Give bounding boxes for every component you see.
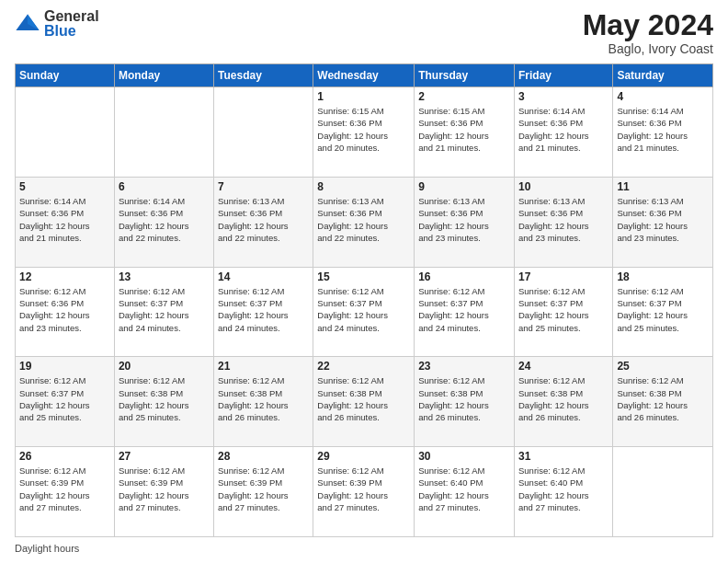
- footer: Daylight hours: [15, 543, 713, 554]
- calendar-cell: 7Sunrise: 6:13 AM Sunset: 6:36 PM Daylig…: [214, 177, 313, 267]
- calendar-cell: 10Sunrise: 6:13 AM Sunset: 6:36 PM Dayli…: [514, 177, 612, 267]
- day-number: 17: [518, 270, 609, 283]
- day-info: Sunrise: 6:12 AM Sunset: 6:40 PM Dayligh…: [518, 465, 609, 513]
- calendar-cell: 5Sunrise: 6:14 AM Sunset: 6:36 PM Daylig…: [16, 177, 115, 267]
- logo: General Blue: [15, 9, 99, 39]
- day-header-monday: Monday: [114, 64, 213, 87]
- calendar-header-row: SundayMondayTuesdayWednesdayThursdayFrid…: [16, 64, 713, 87]
- day-info: Sunrise: 6:12 AM Sunset: 6:38 PM Dayligh…: [317, 374, 410, 423]
- day-info: Sunrise: 6:12 AM Sunset: 6:38 PM Dayligh…: [617, 374, 709, 423]
- calendar-cell: 29Sunrise: 6:12 AM Sunset: 6:39 PM Dayli…: [313, 447, 415, 537]
- day-number: 7: [218, 180, 309, 193]
- day-header-saturday: Saturday: [613, 64, 713, 87]
- day-number: 29: [317, 450, 410, 463]
- day-number: 1: [317, 90, 410, 103]
- calendar-cell: 14Sunrise: 6:12 AM Sunset: 6:37 PM Dayli…: [214, 267, 313, 357]
- calendar-cell: 1Sunrise: 6:15 AM Sunset: 6:36 PM Daylig…: [313, 87, 415, 178]
- day-info: Sunrise: 6:13 AM Sunset: 6:36 PM Dayligh…: [218, 195, 309, 244]
- day-info: Sunrise: 6:14 AM Sunset: 6:36 PM Dayligh…: [518, 105, 609, 154]
- calendar-week-row: 12Sunrise: 6:12 AM Sunset: 6:36 PM Dayli…: [16, 267, 713, 357]
- calendar-cell: 23Sunrise: 6:12 AM Sunset: 6:38 PM Dayli…: [415, 357, 515, 447]
- calendar-cell: 2Sunrise: 6:15 AM Sunset: 6:36 PM Daylig…: [415, 87, 515, 178]
- calendar-week-row: 1Sunrise: 6:15 AM Sunset: 6:36 PM Daylig…: [16, 87, 713, 178]
- calendar-cell: [16, 87, 115, 178]
- day-number: 30: [418, 450, 510, 463]
- calendar-cell: 8Sunrise: 6:13 AM Sunset: 6:36 PM Daylig…: [313, 177, 415, 267]
- day-info: Sunrise: 6:12 AM Sunset: 6:37 PM Dayligh…: [317, 285, 410, 334]
- day-info: Sunrise: 6:12 AM Sunset: 6:39 PM Dayligh…: [19, 465, 110, 513]
- day-info: Sunrise: 6:12 AM Sunset: 6:38 PM Dayligh…: [119, 374, 210, 423]
- calendar-cell: 20Sunrise: 6:12 AM Sunset: 6:38 PM Dayli…: [114, 357, 213, 447]
- day-header-sunday: Sunday: [16, 64, 115, 87]
- day-number: 12: [19, 270, 110, 283]
- calendar-cell: 27Sunrise: 6:12 AM Sunset: 6:39 PM Dayli…: [114, 447, 213, 537]
- day-info: Sunrise: 6:12 AM Sunset: 6:37 PM Dayligh…: [617, 285, 709, 334]
- calendar-cell: 24Sunrise: 6:12 AM Sunset: 6:38 PM Dayli…: [514, 357, 612, 447]
- day-info: Sunrise: 6:12 AM Sunset: 6:40 PM Dayligh…: [418, 465, 510, 513]
- day-info: Sunrise: 6:15 AM Sunset: 6:36 PM Dayligh…: [418, 105, 510, 154]
- calendar-cell: 3Sunrise: 6:14 AM Sunset: 6:36 PM Daylig…: [514, 87, 612, 178]
- page: General Blue May 2024 Baglo, Ivory Coast…: [0, 0, 728, 563]
- calendar-cell: [214, 87, 313, 178]
- day-header-friday: Friday: [514, 64, 612, 87]
- day-info: Sunrise: 6:12 AM Sunset: 6:39 PM Dayligh…: [317, 465, 410, 513]
- daylight-label: Daylight hours: [15, 543, 79, 554]
- day-info: Sunrise: 6:12 AM Sunset: 6:38 PM Dayligh…: [218, 374, 309, 423]
- day-number: 8: [317, 180, 410, 193]
- day-number: 15: [317, 270, 410, 283]
- calendar-cell: 25Sunrise: 6:12 AM Sunset: 6:38 PM Dayli…: [613, 357, 713, 447]
- day-info: Sunrise: 6:13 AM Sunset: 6:36 PM Dayligh…: [518, 195, 609, 244]
- calendar-week-row: 19Sunrise: 6:12 AM Sunset: 6:37 PM Dayli…: [16, 357, 713, 447]
- calendar-cell: 28Sunrise: 6:12 AM Sunset: 6:39 PM Dayli…: [214, 447, 313, 537]
- logo-general: General: [44, 9, 99, 24]
- day-number: 4: [617, 90, 709, 103]
- day-header-tuesday: Tuesday: [214, 64, 313, 87]
- calendar-cell: [114, 87, 213, 178]
- day-number: 6: [119, 180, 210, 193]
- day-number: 16: [418, 270, 510, 283]
- calendar-cell: 30Sunrise: 6:12 AM Sunset: 6:40 PM Dayli…: [415, 447, 515, 537]
- calendar: SundayMondayTuesdayWednesdayThursdayFrid…: [15, 63, 713, 537]
- day-number: 24: [518, 360, 609, 373]
- day-info: Sunrise: 6:15 AM Sunset: 6:36 PM Dayligh…: [317, 105, 410, 154]
- day-number: 27: [119, 450, 210, 463]
- logo-text: General Blue: [44, 9, 99, 39]
- day-number: 28: [218, 450, 309, 463]
- calendar-cell: 11Sunrise: 6:13 AM Sunset: 6:36 PM Dayli…: [613, 177, 713, 267]
- day-number: 31: [518, 450, 609, 463]
- calendar-cell: 4Sunrise: 6:14 AM Sunset: 6:36 PM Daylig…: [613, 87, 713, 178]
- day-info: Sunrise: 6:13 AM Sunset: 6:36 PM Dayligh…: [317, 195, 410, 244]
- day-header-thursday: Thursday: [415, 64, 515, 87]
- day-number: 3: [518, 90, 609, 103]
- calendar-cell: 12Sunrise: 6:12 AM Sunset: 6:36 PM Dayli…: [16, 267, 115, 357]
- day-info: Sunrise: 6:12 AM Sunset: 6:39 PM Dayligh…: [119, 465, 210, 513]
- day-number: 25: [617, 360, 709, 373]
- calendar-cell: 19Sunrise: 6:12 AM Sunset: 6:37 PM Dayli…: [16, 357, 115, 447]
- location: Baglo, Ivory Coast: [583, 41, 713, 56]
- day-info: Sunrise: 6:12 AM Sunset: 6:38 PM Dayligh…: [418, 374, 510, 423]
- day-number: 21: [218, 360, 309, 373]
- generalblue-icon: [15, 11, 40, 37]
- day-number: 11: [617, 180, 709, 193]
- day-number: 22: [317, 360, 410, 373]
- calendar-cell: 26Sunrise: 6:12 AM Sunset: 6:39 PM Dayli…: [16, 447, 115, 537]
- day-number: 9: [418, 180, 510, 193]
- day-number: 14: [218, 270, 309, 283]
- day-header-wednesday: Wednesday: [313, 64, 415, 87]
- day-number: 20: [119, 360, 210, 373]
- day-info: Sunrise: 6:13 AM Sunset: 6:36 PM Dayligh…: [418, 195, 510, 244]
- calendar-cell: 15Sunrise: 6:12 AM Sunset: 6:37 PM Dayli…: [313, 267, 415, 357]
- calendar-cell: 31Sunrise: 6:12 AM Sunset: 6:40 PM Dayli…: [514, 447, 612, 537]
- header: General Blue May 2024 Baglo, Ivory Coast: [15, 9, 713, 56]
- calendar-cell: [613, 447, 713, 537]
- calendar-week-row: 5Sunrise: 6:14 AM Sunset: 6:36 PM Daylig…: [16, 177, 713, 267]
- day-number: 10: [518, 180, 609, 193]
- day-number: 13: [119, 270, 210, 283]
- day-info: Sunrise: 6:12 AM Sunset: 6:37 PM Dayligh…: [19, 374, 110, 423]
- calendar-cell: 18Sunrise: 6:12 AM Sunset: 6:37 PM Dayli…: [613, 267, 713, 357]
- calendar-cell: 13Sunrise: 6:12 AM Sunset: 6:37 PM Dayli…: [114, 267, 213, 357]
- day-info: Sunrise: 6:14 AM Sunset: 6:36 PM Dayligh…: [119, 195, 210, 244]
- month-year: May 2024: [583, 9, 713, 41]
- day-info: Sunrise: 6:12 AM Sunset: 6:37 PM Dayligh…: [218, 285, 309, 334]
- title-block: May 2024 Baglo, Ivory Coast: [583, 9, 713, 56]
